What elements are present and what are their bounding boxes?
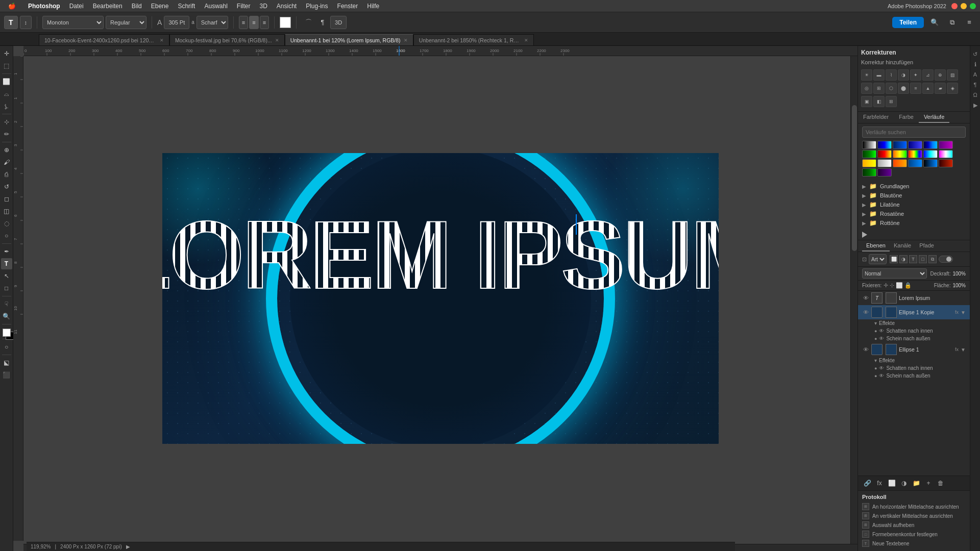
quick-mask-btn[interactable]: ○ xyxy=(1,341,12,353)
prot-item-3[interactable]: □ Formebenenkontur festlegen xyxy=(862,530,966,539)
hand-tool[interactable]: ☟ xyxy=(1,298,12,310)
gradient-fill-icon[interactable]: ◧ xyxy=(873,96,885,107)
window-arrange-btn[interactable]: ⧉ xyxy=(945,16,959,29)
gradient-swatch-5[interactable] xyxy=(923,141,938,149)
shape-tool[interactable]: □ xyxy=(1,283,12,294)
vertical-scrollbar[interactable] xyxy=(850,56,857,544)
text-tool-btn[interactable]: T xyxy=(4,16,18,29)
text-color-swatch[interactable] xyxy=(280,17,291,28)
3d-btn[interactable]: 3D xyxy=(330,16,347,29)
gradient-swatch-2[interactable] xyxy=(877,141,892,149)
adjustment-layer-btn[interactable]: ◑ xyxy=(899,478,909,488)
gradient-swatch-16[interactable] xyxy=(908,159,922,167)
zoom-tool[interactable]: 🔍 xyxy=(1,311,12,322)
gradient-map-icon[interactable]: ▰ xyxy=(935,83,946,94)
dodge-tool[interactable]: ○ xyxy=(1,230,12,241)
menu-hilfe[interactable]: Hilfe xyxy=(363,2,383,11)
filter-text-btn[interactable]: T xyxy=(909,255,917,263)
crop-tool[interactable]: ⊹ xyxy=(1,116,12,128)
levels-icon[interactable]: ▬ xyxy=(873,69,885,81)
play-gradient-btn[interactable] xyxy=(862,232,867,238)
gradient-swatch-4[interactable] xyxy=(908,141,922,149)
tab-1[interactable]: Mockup-festival.jpg bei 70,6% (RGB/8)...… xyxy=(169,34,285,45)
prot-item-0[interactable]: ⊞ An horizontaler Mittelachse ausrichten xyxy=(862,502,966,511)
exposure-icon[interactable]: ◑ xyxy=(898,69,909,81)
gradient-swatch-3[interactable] xyxy=(893,141,907,149)
marquee-tool[interactable]: ⬜ xyxy=(1,76,12,87)
channel-mixer-icon[interactable]: ⊞ xyxy=(873,83,885,94)
prot-item-2[interactable]: ⊞ Auswahl aufheben xyxy=(862,520,966,530)
gradient-swatch-18[interactable] xyxy=(939,159,953,167)
close-btn[interactable] xyxy=(951,3,958,9)
verlauf-group-blauton[interactable]: ▶ 📁 Blautöne xyxy=(862,191,966,200)
layer-schein-aussen-e1[interactable]: ● 👁 Schein nach außen xyxy=(858,372,970,380)
share-button[interactable]: Teilen xyxy=(892,17,924,28)
healing-tool[interactable]: ⊕ xyxy=(1,144,12,156)
tab-close-2[interactable]: ✕ xyxy=(404,38,408,43)
canvas[interactable]: LOREM IPSUM xyxy=(162,153,719,444)
history-icon[interactable]: ↺ xyxy=(971,50,979,58)
color-balance-icon[interactable]: ⊕ xyxy=(935,69,946,81)
verlauf-search-input[interactable] xyxy=(862,127,966,138)
delete-layer-btn[interactable]: 🗑 xyxy=(936,478,946,488)
gradient-swatch-12[interactable] xyxy=(939,150,953,158)
eraser-tool[interactable]: ◻ xyxy=(1,193,12,205)
prot-item-1[interactable]: ⊞ An vertikaler Mittelachse ausrichten xyxy=(862,511,966,520)
tab-close-0[interactable]: ✕ xyxy=(160,38,164,43)
align-right-btn[interactable]: ≡ xyxy=(260,16,269,29)
filter-adj-btn[interactable]: ◑ xyxy=(899,255,908,263)
curves-icon[interactable]: ⌇ xyxy=(886,69,897,81)
layer-schein-aussen-kopie[interactable]: ● 👁 Schein nach außen xyxy=(858,335,970,342)
invert-icon[interactable]: ⬤ xyxy=(898,83,909,94)
threshold-icon[interactable]: ▲ xyxy=(922,83,934,94)
warp-text-btn[interactable]: ⌒ xyxy=(302,16,315,29)
align-center-btn[interactable]: ≡ xyxy=(249,16,258,29)
gradient-swatch-14[interactable] xyxy=(877,159,892,167)
menu-filter[interactable]: Filter xyxy=(233,2,255,11)
verlauf-group-rosaton[interactable]: ▶ 📁 Rosatöne xyxy=(862,209,966,218)
layer-ellipse-1[interactable]: 👁 Ellipse 1 fx ▼ xyxy=(858,342,970,357)
menu-photoshop[interactable]: Photoshop xyxy=(24,2,64,11)
character-panel-btn[interactable]: ¶ xyxy=(316,16,329,29)
search-icon-btn[interactable]: 🔍 xyxy=(928,16,941,29)
posterize-icon[interactable]: ≡ xyxy=(910,83,921,94)
menu-plugins[interactable]: Plug-ins xyxy=(302,2,332,11)
tab-verlaeufe[interactable]: Verläufe xyxy=(919,112,949,123)
layer-mask-btn[interactable]: ⬜ xyxy=(887,478,897,488)
lasso-tool[interactable]: ⌓ xyxy=(1,88,12,99)
menu-bild[interactable]: Bild xyxy=(128,2,146,11)
expand-icon-ellipse1[interactable]: ▼ xyxy=(961,347,966,353)
stamp-tool[interactable]: ⎙ xyxy=(1,169,12,180)
gradient-swatch-9[interactable] xyxy=(893,150,907,158)
gradient-swatch-13[interactable] xyxy=(862,159,876,167)
gradient-swatch-8[interactable] xyxy=(877,150,892,158)
gradient-swatch-15[interactable] xyxy=(893,159,907,167)
gradient-swatch-20[interactable] xyxy=(877,168,892,177)
brush-tool[interactable]: 🖌 xyxy=(1,157,12,168)
ebenen-tab-pfade[interactable]: Pfade xyxy=(915,240,938,252)
tab-farbfelder[interactable]: Farbfelder xyxy=(858,112,894,123)
workspace-btn[interactable]: ≡ xyxy=(963,16,976,29)
foreground-color[interactable] xyxy=(3,329,11,337)
fix-lock-icon[interactable]: 🔒 xyxy=(904,282,912,289)
visibility-icon-ellipse1[interactable]: 👁 xyxy=(862,346,869,353)
gradient-swatch-10[interactable] xyxy=(908,150,922,158)
menu-ebene[interactable]: Ebene xyxy=(147,2,173,11)
gradient-swatch-19[interactable] xyxy=(862,168,876,177)
glyphs-icon[interactable]: Ω xyxy=(971,91,979,99)
actions-icon[interactable]: ▶ xyxy=(971,101,979,109)
maximize-btn[interactable] xyxy=(970,3,976,9)
filter-smartobj-btn[interactable]: ⧉ xyxy=(928,255,937,263)
menu-auswahl[interactable]: Auswahl xyxy=(200,2,231,11)
vibrance-icon[interactable]: ✦ xyxy=(910,69,921,81)
layer-vis-schein-kopie[interactable]: 👁 xyxy=(879,336,884,341)
color-lookup-icon[interactable]: ⬡ xyxy=(886,83,897,94)
layer-vis-schein-e1[interactable]: 👁 xyxy=(879,373,884,379)
frame-tool[interactable]: ⬛ xyxy=(1,369,12,381)
ebenen-tab-kanaele[interactable]: Kanäle xyxy=(890,240,915,252)
apple-menu[interactable]: 🍎 xyxy=(4,2,20,11)
font-family-select[interactable]: Monoton xyxy=(42,16,104,29)
history-brush-tool[interactable]: ↺ xyxy=(1,181,12,192)
canvas-viewport[interactable]: LOREM IPSUM xyxy=(23,56,857,541)
tab-farbe[interactable]: Farbe xyxy=(894,112,919,123)
